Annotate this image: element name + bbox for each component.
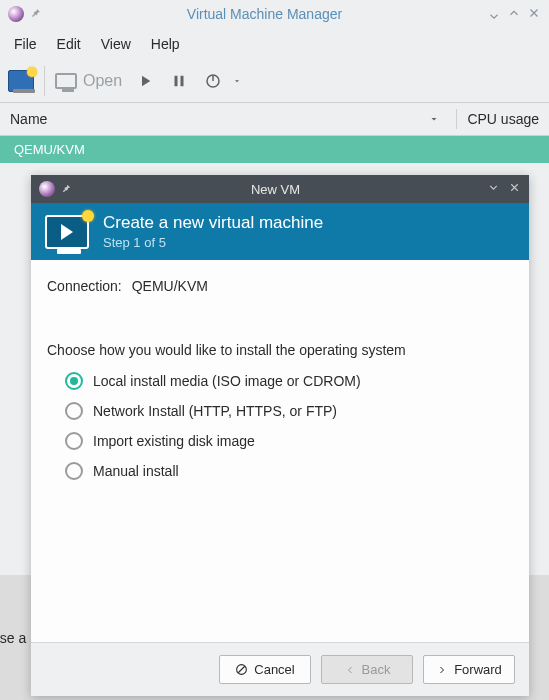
back-button: Back [321,655,413,684]
radio-indicator [65,432,83,450]
shutdown-button[interactable] [204,72,222,90]
maximize-icon[interactable] [507,6,521,23]
wizard-step: Step 1 of 5 [103,235,323,250]
minimize-icon[interactable] [487,6,501,23]
pause-button[interactable] [170,72,188,90]
dialog-title: New VM [72,182,479,197]
dialog-minimize-icon[interactable] [487,181,500,197]
forward-label: Forward [454,662,502,677]
radio-manual-install[interactable]: Manual install [65,462,513,480]
radio-label: Local install media (ISO image or CDROM) [93,373,361,389]
wizard-heading: Create a new virtual machine [103,213,323,233]
chevron-right-icon [436,664,448,676]
radio-local-media[interactable]: Local install media (ISO image or CDROM) [65,372,513,390]
column-cpu-header[interactable]: CPU usage [467,111,539,127]
toolbar-divider [44,66,45,96]
cancel-label: Cancel [254,662,294,677]
new-vm-button[interactable] [8,70,34,92]
radio-indicator [65,372,83,390]
column-name-header[interactable]: Name [10,111,47,127]
open-button[interactable]: Open [55,72,122,90]
menu-file[interactable]: File [6,32,45,56]
radio-label: Manual install [93,463,179,479]
shutdown-dropdown[interactable] [232,76,242,86]
monitor-icon [55,73,77,89]
radio-label: Network Install (HTTP, HTTPS, or FTP) [93,403,337,419]
connection-value: QEMU/KVM [132,278,208,294]
chevron-left-icon [344,664,356,676]
new-vm-dialog: New VM Create a new virtual machine Step… [31,175,529,696]
svg-line-3 [239,666,246,673]
menu-view[interactable]: View [93,32,139,56]
dialog-pin-icon[interactable] [61,182,72,197]
menu-help[interactable]: Help [143,32,188,56]
radio-network-install[interactable]: Network Install (HTTP, HTTPS, or FTP) [65,402,513,420]
forward-button[interactable]: Forward [423,655,515,684]
truncated-text: ose a [0,630,26,646]
dialog-close-icon[interactable] [508,181,521,197]
window-title: Virtual Machine Manager [42,6,487,22]
radio-label: Import existing disk image [93,433,255,449]
open-label: Open [83,72,122,90]
sort-indicator-icon[interactable] [428,113,440,125]
radio-import-disk[interactable]: Import existing disk image [65,432,513,450]
pin-icon[interactable] [30,5,42,23]
wizard-icon [45,215,89,249]
menu-edit[interactable]: Edit [49,32,89,56]
connection-row-label: QEMU/KVM [14,142,85,157]
cancel-icon [235,663,248,676]
radio-indicator [65,462,83,480]
column-divider [456,109,457,129]
app-icon [8,6,24,22]
close-icon[interactable] [527,6,541,23]
run-button[interactable] [136,72,154,90]
dialog-app-icon [39,181,55,197]
choose-install-label: Choose how you would like to install the… [47,342,513,358]
radio-indicator [65,402,83,420]
connection-label: Connection: [47,278,122,294]
cancel-button[interactable]: Cancel [219,655,311,684]
connection-row[interactable]: QEMU/KVM [0,136,549,163]
back-label: Back [362,662,391,677]
